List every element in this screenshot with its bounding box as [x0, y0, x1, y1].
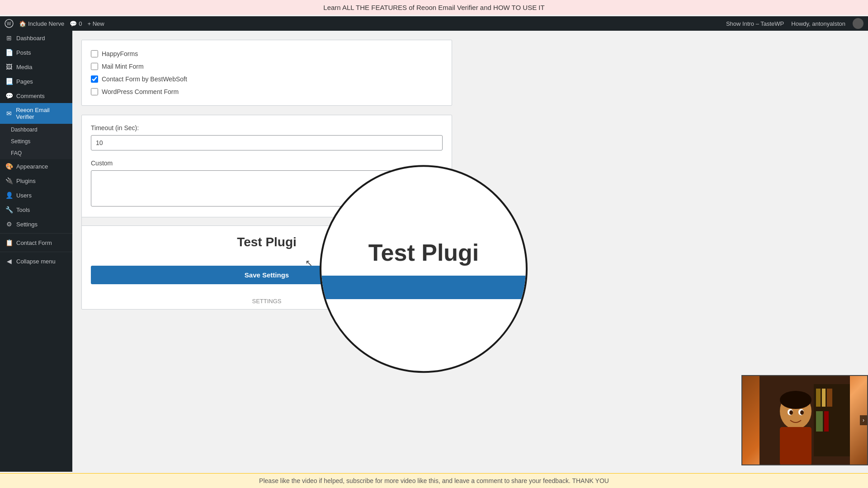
sidebar-item-dashboard[interactable]: ⊞ Dashboard: [0, 31, 72, 45]
sidebar-item-media[interactable]: 🖼 Media: [0, 60, 72, 74]
checkbox-happyforms[interactable]: [91, 50, 98, 57]
sidebar-item-comments[interactable]: 💬 Comments: [0, 89, 72, 103]
checkbox-row-happyforms: HappyForms: [91, 47, 443, 60]
admin-bar-right: Show Intro – TasteWP Howdy, antonyalston: [726, 18, 863, 29]
reeon-subnav: Dashboard Settings FAQ: [0, 124, 72, 159]
form-section: HappyForms Mail Mint Form Contact Form b…: [82, 40, 452, 105]
checkbox-label-wpcomment[interactable]: WordPress Comment Form: [102, 88, 179, 95]
sidebar-item-contact-form[interactable]: 📋 Contact Form: [0, 235, 72, 250]
checkbox-wpcomment[interactable]: [91, 88, 98, 95]
sidebar-item-reeon-dashboard[interactable]: Dashboard: [0, 124, 72, 136]
checkbox-label-mailmint[interactable]: Mail Mint Form: [102, 63, 144, 70]
sidebar-label-reeon: Reeon Email Verifier: [16, 107, 67, 120]
svg-rect-4: [816, 389, 821, 407]
sidebar-label-dashboard: Dashboard: [16, 35, 45, 42]
reeon-icon: ✉: [5, 110, 12, 117]
settings-text-label: SETTINGS: [252, 298, 281, 305]
comment-count: 0: [79, 20, 82, 27]
sidebar-label-collapse: Collapse menu: [16, 258, 56, 265]
custom-label: Custom: [91, 160, 443, 167]
sidebar-label-settings: Settings: [16, 221, 38, 228]
wp-logo-icon: W: [5, 19, 14, 28]
sidebar-label-users: Users: [16, 192, 32, 199]
sidebar-item-pages[interactable]: 📃 Pages: [0, 74, 72, 89]
sidebar-label-media: Media: [16, 64, 32, 70]
howdy-text: Howdy, antonyalston: [791, 20, 845, 27]
sidebar-divider2: [0, 252, 72, 252]
avatar: [853, 18, 863, 29]
new-label: + New: [87, 20, 104, 27]
svg-rect-5: [822, 389, 826, 407]
save-button-container: Save Settings: [82, 266, 452, 293]
new-item[interactable]: + New: [87, 20, 104, 27]
admin-bar: W 🏠 Include Nerve 💬 0 + New Show Intro –…: [0, 16, 868, 31]
svg-point-15: [800, 410, 804, 415]
sidebar-item-tools[interactable]: 🔧 Tools: [0, 202, 72, 217]
custom-textarea[interactable]: [91, 170, 443, 206]
top-banner: Learn ALL THE FEATURES of Reoon Email Ve…: [0, 0, 868, 15]
checkbox-row-mailmint: Mail Mint Form: [91, 60, 443, 73]
video-collapse-button[interactable]: ›: [860, 415, 867, 425]
sidebar-label-posts: Posts: [16, 49, 31, 56]
sidebar-item-plugins[interactable]: 🔌 Plugins: [0, 174, 72, 188]
sidebar-item-users[interactable]: 👤 Users: [0, 188, 72, 202]
checkbox-row-bestwebsoft: Contact Form by BestWebSoft: [91, 73, 443, 85]
sidebar-label-pages: Pages: [16, 78, 33, 85]
checkbox-bestwebsoft[interactable]: [91, 75, 98, 83]
sidebar-divider: [0, 233, 72, 234]
settings-text: SETTINGS: [82, 293, 452, 309]
sidebar-label-comments: Comments: [16, 93, 45, 99]
wp-logo-item[interactable]: W: [5, 19, 14, 28]
save-button[interactable]: Save Settings: [91, 266, 443, 284]
plugins-icon: 🔌: [5, 177, 13, 184]
sidebar-item-collapse[interactable]: ◀ Collapse menu: [0, 254, 72, 268]
users-icon: 👤: [5, 192, 13, 199]
test-plugin-title: Test Plugi: [91, 235, 443, 249]
bottom-bar-text: Please like the video if helped, subscri…: [259, 477, 609, 484]
sidebar-item-reeon[interactable]: ✉ Reeon Email Verifier: [0, 103, 72, 124]
top-banner-text: Learn ALL THE FEATURES of Reoon Email Ve…: [323, 4, 544, 11]
checkbox-label-happyforms[interactable]: HappyForms: [102, 50, 138, 57]
sidebar-label-contact-form: Contact Form: [16, 239, 52, 246]
timeout-label: Timeout (in Sec):: [91, 124, 443, 131]
video-person-svg: [760, 375, 850, 465]
site-name-item[interactable]: 🏠 Include Nerve: [19, 20, 64, 27]
comments-icon: 💬: [70, 20, 77, 27]
sidebar-item-posts[interactable]: 📄 Posts: [0, 45, 72, 60]
comments-menu-icon: 💬: [5, 92, 13, 99]
site-home-icon: 🏠: [19, 20, 26, 27]
checkboxes-box: HappyForms Mail Mint Form Contact Form b…: [81, 40, 452, 106]
contact-form-icon: 📋: [5, 239, 13, 246]
test-plugin-title-text: Test Plugi: [237, 235, 297, 249]
sidebar-item-reeon-settings[interactable]: Settings: [0, 136, 72, 147]
pages-icon: 📃: [5, 78, 13, 85]
svg-rect-6: [827, 389, 832, 407]
video-person: [742, 376, 867, 465]
sidebar-item-reeon-faq[interactable]: FAQ: [0, 147, 72, 159]
dashboard-icon: ⊞: [5, 34, 13, 42]
sidebar-label-plugins: Plugins: [16, 178, 36, 184]
sidebar: ⊞ Dashboard 📄 Posts 🖼 Media 📃 Pages 💬 Co…: [0, 31, 72, 472]
timeout-section: Timeout (in Sec):: [82, 115, 452, 160]
checkbox-mailmint[interactable]: [91, 63, 98, 70]
sidebar-label-appearance: Appearance: [16, 163, 48, 170]
sidebar-item-settings[interactable]: ⚙ Settings: [0, 217, 72, 231]
svg-point-10: [780, 391, 811, 409]
timeout-input[interactable]: [91, 135, 443, 150]
appearance-icon: 🎨: [5, 163, 13, 170]
checkbox-label-bestwebsoft[interactable]: Contact Form by BestWebSoft: [102, 75, 187, 83]
video-thumbnail: ›: [741, 375, 868, 465]
posts-icon: 📄: [5, 49, 13, 56]
site-name: Include Nerve: [28, 20, 64, 27]
svg-rect-11: [780, 427, 811, 465]
collapse-icon: ◀: [5, 258, 13, 265]
show-intro[interactable]: Show Intro – TasteWP: [726, 20, 784, 27]
svg-point-14: [789, 410, 793, 415]
sidebar-item-appearance[interactable]: 🎨 Appearance: [0, 159, 72, 174]
checkbox-row-wpcomment: WordPress Comment Form: [91, 85, 443, 98]
comments-item[interactable]: 💬 0: [70, 20, 82, 27]
settings-box: Timeout (in Sec): Custom Test Plugi Save…: [81, 115, 452, 310]
sidebar-label-tools: Tools: [16, 206, 30, 213]
tools-icon: 🔧: [5, 206, 13, 213]
bottom-bar: Please like the video if helped, subscri…: [0, 473, 868, 488]
